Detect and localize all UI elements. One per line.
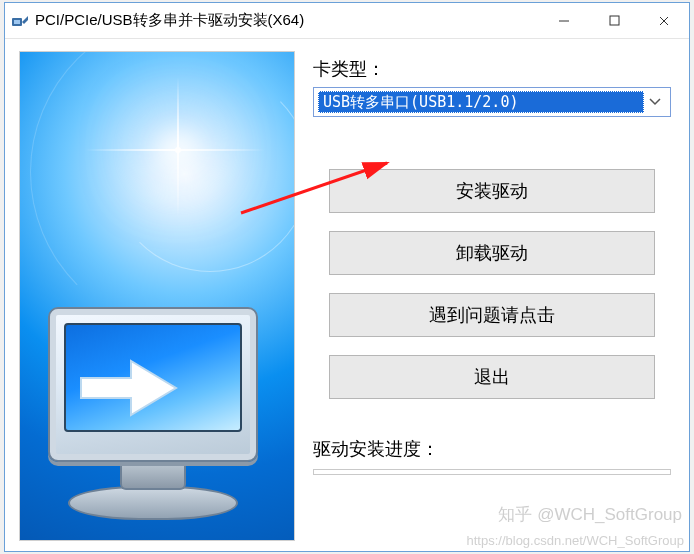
app-window: PCI/PCIe/USB转多串并卡驱动安装(X64) (4, 2, 690, 552)
monitor-base-icon (68, 486, 238, 520)
monitor-stand-icon (120, 460, 186, 490)
app-icon (11, 12, 29, 30)
watermark-csdn: https://blog.csdn.net/WCH_SoftGroup (467, 533, 685, 548)
close-icon (658, 15, 670, 27)
card-type-dropdown[interactable]: USB转多串口(USB1.1/2.0) (313, 87, 671, 117)
lens-flare-icon (175, 147, 181, 153)
maximize-button[interactable] (589, 3, 639, 38)
window-title: PCI/PCIe/USB转多串并卡驱动安装(X64) (35, 11, 304, 30)
card-type-label: 卡类型： (313, 57, 671, 81)
content-area: 卡类型： USB转多串口(USB1.1/2.0) 安装驱动 卸载驱动 遇到问题请… (5, 39, 689, 551)
monitor-screen-icon (64, 323, 242, 432)
button-stack: 安装驱动 卸载驱动 遇到问题请点击 退出 (313, 169, 671, 399)
minimize-button[interactable] (539, 3, 589, 38)
monitor-icon (48, 307, 258, 462)
watermark-zhihu: 知乎 @WCH_SoftGroup (498, 503, 682, 526)
illustration-panel (19, 51, 295, 541)
maximize-icon (609, 15, 620, 26)
svg-rect-1 (14, 20, 20, 24)
controls-panel: 卡类型： USB转多串口(USB1.1/2.0) 安装驱动 卸载驱动 遇到问题请… (309, 51, 675, 541)
minimize-icon (558, 15, 570, 27)
titlebar: PCI/PCIe/USB转多串并卡驱动安装(X64) (5, 3, 689, 39)
decorative-arc (30, 51, 295, 332)
progress-bar (313, 469, 671, 475)
window-controls (539, 3, 689, 38)
install-button[interactable]: 安装驱动 (329, 169, 655, 213)
progress-label: 驱动安装进度： (313, 437, 671, 461)
chevron-down-icon (644, 95, 666, 109)
svg-rect-3 (610, 16, 619, 25)
exit-button[interactable]: 退出 (329, 355, 655, 399)
uninstall-button[interactable]: 卸载驱动 (329, 231, 655, 275)
help-button[interactable]: 遇到问题请点击 (329, 293, 655, 337)
close-button[interactable] (639, 3, 689, 38)
card-type-selected: USB转多串口(USB1.1/2.0) (318, 91, 644, 113)
cursor-arrow-icon (76, 353, 196, 423)
